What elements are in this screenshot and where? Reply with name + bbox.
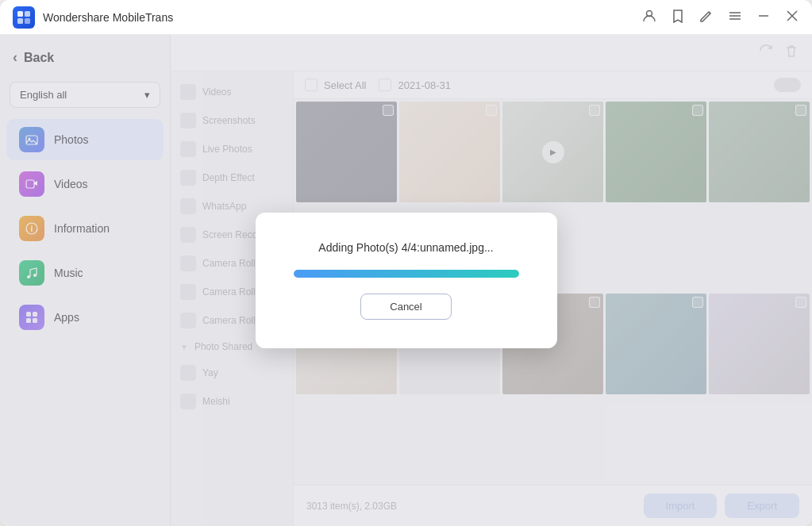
modal-message: Adding Photo(s) 4/4:unnamed.jpg... bbox=[318, 241, 493, 254]
modal-overlay: Adding Photo(s) 4/4:unnamed.jpg... Cance… bbox=[0, 35, 812, 526]
menu-icon[interactable] bbox=[728, 9, 742, 26]
title-bar: Wondershare MobileTrans bbox=[0, 0, 812, 35]
svg-rect-2 bbox=[17, 18, 23, 24]
svg-rect-0 bbox=[17, 11, 23, 17]
user-icon[interactable] bbox=[642, 9, 656, 26]
progress-modal: Adding Photo(s) 4/4:unnamed.jpg... Cance… bbox=[256, 213, 557, 348]
close-button[interactable] bbox=[785, 9, 799, 26]
title-bar-left: Wondershare MobileTrans bbox=[13, 6, 173, 29]
modal-cancel-button[interactable]: Cancel bbox=[360, 294, 451, 320]
main-content: ‹ Back English all ▾ Photos bbox=[0, 35, 812, 526]
progress-bar-fill bbox=[294, 270, 519, 278]
bookmark-icon[interactable] bbox=[671, 9, 685, 26]
app-title-text: Wondershare MobileTrans bbox=[43, 11, 173, 24]
progress-bar-background bbox=[294, 270, 519, 278]
edit-icon[interactable] bbox=[699, 9, 714, 26]
svg-rect-3 bbox=[25, 18, 30, 24]
minimize-button[interactable] bbox=[756, 9, 771, 26]
app-icon bbox=[13, 6, 35, 29]
svg-rect-1 bbox=[25, 11, 30, 17]
app-window: Wondershare MobileTrans bbox=[0, 0, 812, 526]
title-bar-controls bbox=[642, 9, 799, 26]
